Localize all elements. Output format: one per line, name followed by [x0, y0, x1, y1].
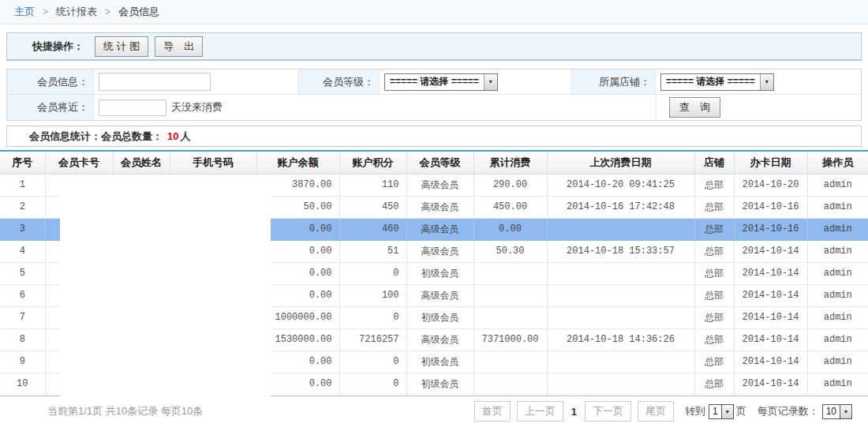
filter-panel: 会员信息： 会员等级： ===== 请选择 ===== ▼ 所属店铺： ====… [6, 69, 862, 121]
cell-last_date [547, 351, 694, 373]
goto-page-value: 1 [709, 406, 721, 417]
next-page-button[interactable]: 下一页 [585, 401, 631, 422]
col-header-total-spend: 累计消费 [473, 151, 547, 174]
breadcrumb-home[interactable]: 主页 [14, 5, 35, 19]
member-level-select[interactable]: ===== 请选择 ===== ▼ [384, 73, 498, 91]
member-info-input[interactable] [99, 73, 211, 91]
cell-total: 450.00 [473, 196, 547, 218]
cell-level: 高级会员 [406, 240, 473, 262]
store-select[interactable]: ===== 请选择 ===== ▼ [660, 73, 774, 91]
cell-points: 110 [339, 174, 406, 196]
cell-store: 总部 [694, 351, 734, 373]
member-stats-prefix: 会员信息统计：会员总数量： [29, 129, 163, 144]
goto-page-select[interactable]: 1 ▼ [709, 404, 734, 419]
cell-store: 总部 [694, 218, 734, 240]
cell-seq: 5 [0, 262, 45, 284]
cell-store: 总部 [694, 328, 734, 351]
cell-last_date [547, 373, 694, 395]
cell-points: 0 [339, 351, 406, 373]
cell-card_date: 2014-10-16 [734, 196, 807, 218]
cell-level: 高级会员 [406, 284, 473, 306]
first-page-button[interactable]: 首页 [474, 401, 511, 422]
chevron-down-icon: ▼ [484, 74, 497, 90]
breadcrumb: 主页 > 统计报表 > 会员信息 [0, 0, 868, 24]
cell-points: 0 [339, 262, 406, 284]
cell-seq: 9 [0, 351, 45, 373]
breadcrumb-reports[interactable]: 统计报表 [56, 5, 97, 19]
cell-operator: admin [807, 240, 868, 262]
cell-total: 0.00 [473, 218, 547, 240]
per-page-select[interactable]: 10 ▼ [822, 404, 852, 419]
cell-last_date [547, 218, 694, 240]
quick-operations-bar: 快捷操作： 统 计 图 导 出 [6, 32, 862, 61]
cell-last_date [547, 284, 694, 306]
breadcrumb-separator-icon: > [43, 6, 48, 17]
cell-store: 总部 [694, 284, 734, 306]
col-header-name: 会员姓名 [113, 151, 170, 174]
cell-level: 初级会员 [406, 351, 473, 373]
cell-points: 0 [339, 373, 406, 395]
cell-card_date: 2014-10-14 [734, 328, 807, 351]
member-count-unit: 人 [180, 129, 190, 144]
export-button[interactable]: 导 出 [155, 36, 203, 57]
cell-seq: 10 [0, 373, 45, 395]
cell-points: 0 [339, 306, 406, 328]
cell-operator: admin [807, 306, 868, 328]
cell-total: 290.00 [473, 174, 547, 196]
col-header-phone: 手机号码 [170, 151, 256, 174]
cell-card_date: 2014-10-14 [734, 306, 807, 328]
cell-level: 高级会员 [406, 196, 473, 218]
cell-card_date: 2014-10-14 [734, 351, 807, 373]
cell-card_date: 2014-10-20 [734, 174, 807, 196]
search-button[interactable]: 查 询 [669, 97, 720, 118]
col-header-seq: 序号 [0, 151, 45, 174]
privacy-redaction-overlay [60, 175, 271, 403]
chart-button[interactable]: 统 计 图 [95, 36, 148, 57]
cell-seq: 3 [0, 218, 45, 240]
cell-level: 初级会员 [406, 373, 473, 395]
cell-total [473, 284, 547, 306]
cell-last_date: 2014-10-18 15:33:57 [547, 240, 694, 262]
breadcrumb-current: 会员信息 [118, 5, 159, 19]
cell-operator: admin [807, 373, 868, 395]
cell-last_date: 2014-10-16 17:42:48 [547, 196, 694, 218]
cell-card_date: 2014-10-14 [734, 284, 807, 306]
breadcrumb-separator-icon: > [105, 6, 110, 17]
col-header-points: 账户积分 [339, 151, 406, 174]
store-selected-value: ===== 请选择 ===== [661, 75, 760, 88]
goto-page-suffix: 页 [736, 404, 746, 418]
store-label: 所属店铺： [571, 69, 656, 94]
cell-points: 450 [339, 196, 406, 218]
cell-total: 7371000.00 [473, 328, 547, 351]
member-total-count: 10 [167, 130, 178, 142]
per-page-label: 每页记录数： [758, 404, 819, 418]
cell-seq: 4 [0, 240, 45, 262]
cell-store: 总部 [694, 196, 734, 218]
cell-level: 初级会员 [406, 262, 473, 284]
col-header-store: 店铺 [694, 151, 734, 174]
cell-store: 总部 [694, 240, 734, 262]
cell-seq: 1 [0, 174, 45, 196]
col-header-level: 会员等级 [406, 151, 473, 174]
cell-operator: admin [807, 262, 868, 284]
recent-days-suffix: 天没来消费 [171, 100, 223, 114]
cell-operator: admin [807, 284, 868, 306]
chevron-down-icon: ▼ [840, 405, 851, 418]
cell-level: 初级会员 [406, 306, 473, 328]
cell-total [473, 262, 547, 284]
recent-days-input[interactable] [99, 99, 166, 116]
filter-row-2: 会员将近： 天没来消费 查 询 [7, 94, 861, 120]
cell-operator: admin [807, 218, 868, 240]
cell-points: 100 [339, 284, 406, 306]
last-page-button[interactable]: 尾页 [638, 401, 674, 422]
member-info-label: 会员信息： [7, 69, 94, 94]
col-header-last-spend-date: 上次消费日期 [547, 151, 694, 174]
prev-page-button[interactable]: 上一页 [517, 401, 563, 422]
cell-card_date: 2014-10-14 [734, 262, 807, 284]
cell-seq: 7 [0, 306, 45, 328]
cell-seq: 2 [0, 196, 45, 218]
cell-store: 总部 [694, 174, 734, 196]
cell-points: 460 [339, 218, 406, 240]
col-header-card-no: 会员卡号 [45, 151, 113, 174]
cell-last_date [547, 306, 694, 328]
